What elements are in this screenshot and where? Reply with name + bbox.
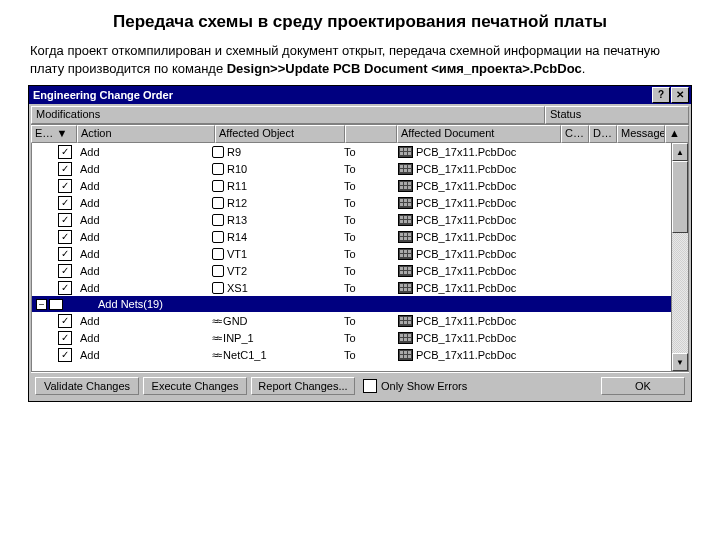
col-check[interactable]: C… [561, 125, 589, 143]
table-row[interactable]: AddR10ToPCB_17x11.PcbDoc [32, 160, 688, 177]
row-action: Add [74, 248, 210, 260]
row-checkbox[interactable] [58, 264, 72, 278]
table-row[interactable]: AddR14ToPCB_17x11.PcbDoc [32, 228, 688, 245]
intro-text: Когда проект откомпилирован и схемный до… [30, 42, 690, 77]
table-row[interactable]: AddR13ToPCB_17x11.PcbDoc [32, 211, 688, 228]
scroll-track[interactable] [672, 161, 688, 353]
only-show-errors-label: Only Show Errors [381, 380, 467, 392]
dialog-toolbar: Validate Changes Execute Changes Report … [31, 372, 689, 399]
panel-headers: Modifications Status [31, 106, 689, 125]
col-direction[interactable] [345, 125, 397, 143]
row-checkbox[interactable] [58, 162, 72, 176]
row-action: Add [74, 214, 210, 226]
row-direction: To [342, 315, 396, 327]
titlebar[interactable]: Engineering Change Order ? ✕ [29, 86, 691, 104]
row-document: PCB_17x11.PcbDoc [396, 231, 560, 243]
col-enable[interactable]: E… ▼ [31, 125, 77, 143]
row-object: R12 [210, 197, 342, 209]
execute-changes-button[interactable]: Execute Changes [143, 377, 247, 395]
col-message[interactable]: Message [617, 125, 665, 143]
scrollbar-top-button[interactable]: ▲ [665, 125, 689, 143]
dialog-body: Modifications Status E… ▼ Action Affecte… [29, 104, 691, 401]
row-checkbox[interactable] [58, 213, 72, 227]
group-row-add-nets[interactable]: – Add Nets(19) [32, 296, 688, 312]
component-icon [212, 214, 224, 226]
group-label: Add Nets(19) [76, 298, 163, 310]
row-action: Add [74, 332, 210, 344]
row-document: PCB_17x11.PcbDoc [396, 282, 560, 294]
component-icon [212, 282, 224, 294]
scroll-up-icon[interactable]: ▲ [672, 143, 688, 161]
only-show-errors-checkbox[interactable]: Only Show Errors [363, 379, 467, 393]
row-object: ≈≈NetC1_1 [210, 349, 342, 361]
scroll-thumb[interactable] [672, 161, 688, 233]
table-row[interactable]: Add≈≈INP_1ToPCB_17x11.PcbDoc [32, 329, 688, 346]
row-document: PCB_17x11.PcbDoc [396, 248, 560, 260]
table-row[interactable]: Add≈≈GNDToPCB_17x11.PcbDoc [32, 312, 688, 329]
row-action: Add [74, 197, 210, 209]
component-icon [212, 163, 224, 175]
row-object: ≈≈GND [210, 315, 342, 327]
grid-body: AddR9ToPCB_17x11.PcbDocAddR10ToPCB_17x11… [31, 143, 689, 372]
row-document: PCB_17x11.PcbDoc [396, 265, 560, 277]
col-affected-object[interactable]: Affected Object [215, 125, 345, 143]
row-object: R10 [210, 163, 342, 175]
report-changes-button[interactable]: Report Changes... [251, 377, 355, 395]
row-checkbox[interactable] [58, 145, 72, 159]
row-document: PCB_17x11.PcbDoc [396, 163, 560, 175]
net-icon: ≈≈ [212, 332, 220, 344]
component-icon [212, 248, 224, 260]
table-row[interactable]: Add≈≈NetC1_1ToPCB_17x11.PcbDoc [32, 346, 688, 363]
table-row[interactable]: AddXS1ToPCB_17x11.PcbDoc [32, 279, 688, 296]
table-row[interactable]: AddR12ToPCB_17x11.PcbDoc [32, 194, 688, 211]
row-checkbox[interactable] [58, 230, 72, 244]
component-icon [212, 197, 224, 209]
row-checkbox[interactable] [58, 179, 72, 193]
row-direction: To [342, 146, 396, 158]
row-object: R9 [210, 146, 342, 158]
component-icon [212, 180, 224, 192]
row-object: R11 [210, 180, 342, 192]
eco-dialog: Engineering Change Order ? ✕ Modificatio… [28, 85, 692, 402]
row-document: PCB_17x11.PcbDoc [396, 315, 560, 327]
row-document: PCB_17x11.PcbDoc [396, 180, 560, 192]
help-button[interactable]: ? [652, 87, 670, 103]
pcb-doc-icon [398, 197, 413, 209]
table-row[interactable]: AddR11ToPCB_17x11.PcbDoc [32, 177, 688, 194]
modifications-header[interactable]: Modifications [31, 106, 545, 124]
row-checkbox[interactable] [58, 314, 72, 328]
table-row[interactable]: AddVT1ToPCB_17x11.PcbDoc [32, 245, 688, 262]
page-title: Передача схемы в среду проектирования пе… [20, 12, 700, 32]
col-affected-document[interactable]: Affected Document [397, 125, 561, 143]
intro-dot: . [582, 61, 586, 76]
vertical-scrollbar[interactable]: ▲ ▼ [671, 143, 688, 371]
row-direction: To [342, 282, 396, 294]
row-checkbox[interactable] [58, 331, 72, 345]
row-action: Add [74, 349, 210, 361]
table-row[interactable]: AddR9ToPCB_17x11.PcbDoc [32, 143, 688, 160]
component-icon [212, 146, 224, 158]
row-document: PCB_17x11.PcbDoc [396, 332, 560, 344]
checkbox-icon[interactable] [363, 379, 377, 393]
col-done[interactable]: D… [589, 125, 617, 143]
row-checkbox[interactable] [58, 348, 72, 362]
row-direction: To [342, 163, 396, 175]
row-object: VT1 [210, 248, 342, 260]
close-button[interactable]: ✕ [671, 87, 689, 103]
row-direction: To [342, 265, 396, 277]
validate-changes-button[interactable]: Validate Changes [35, 377, 139, 395]
status-header[interactable]: Status [545, 106, 689, 124]
row-object: R14 [210, 231, 342, 243]
expander-icon[interactable]: – [36, 299, 47, 310]
row-document: PCB_17x11.PcbDoc [396, 349, 560, 361]
component-icon [212, 231, 224, 243]
row-checkbox[interactable] [58, 281, 72, 295]
row-checkbox[interactable] [58, 247, 72, 261]
ok-button[interactable]: OK [601, 377, 685, 395]
table-row[interactable]: AddVT2ToPCB_17x11.PcbDoc [32, 262, 688, 279]
pcb-doc-icon [398, 265, 413, 277]
col-action[interactable]: Action [77, 125, 215, 143]
row-checkbox[interactable] [58, 196, 72, 210]
pcb-doc-icon [398, 248, 413, 260]
scroll-down-icon[interactable]: ▼ [672, 353, 688, 371]
